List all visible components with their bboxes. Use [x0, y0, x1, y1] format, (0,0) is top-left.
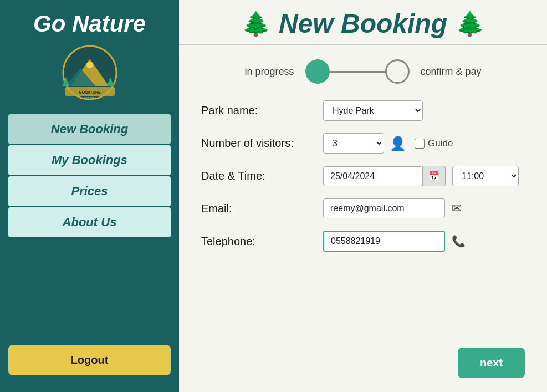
sidebar-item-new-booking[interactable]: New Booking [8, 114, 171, 144]
next-button[interactable]: next [458, 348, 525, 378]
sidebar: Go Nature GONATURE — EST 2024 — New Book… [0, 0, 179, 392]
phone-row: Telephone: 📞 [201, 231, 525, 252]
email-input[interactable] [323, 198, 445, 218]
sidebar-item-my-bookings[interactable]: My Bookings [8, 145, 171, 175]
svg-point-5 [86, 62, 93, 68]
svg-text:GONATURE: GONATURE [79, 90, 101, 94]
logout-button[interactable]: Logout [8, 345, 171, 375]
visitors-row: Number of visitors: 1 2 3 4 5 6 7 8 9 10… [201, 133, 525, 154]
sidebar-navigation: New Booking My Bookings Prices About Us [0, 114, 179, 334]
visitor-icon: 👤 [390, 136, 406, 151]
park-name-row: Park name: Hyde Park Central Park Yellow… [201, 100, 525, 121]
form-content: in progress confirm & pay Park name: Hyd… [179, 45, 547, 342]
sidebar-title: Go Nature [28, 0, 151, 42]
progress-step1-label: in progress [244, 66, 294, 78]
visitors-label: Number of visitors: [201, 137, 323, 150]
phone-icon: 📞 [452, 235, 466, 248]
page-title: New Booking [279, 8, 447, 39]
progress-track [305, 59, 410, 84]
svg-text:— EST 2024 —: — EST 2024 — [80, 96, 99, 100]
phone-input[interactable] [323, 231, 445, 252]
sidebar-bottom: Logout [0, 334, 179, 392]
date-time-row: Date & Time: 📅 08:00 09:00 10:00 11:00 1… [201, 166, 525, 186]
phone-label: Telephone: [201, 235, 323, 248]
park-name-select[interactable]: Hyde Park Central Park Yellowstone Grand… [323, 100, 423, 121]
progress-step2-label: confirm & pay [421, 66, 482, 78]
main-header: 🌲 New Booking 🌲 [179, 0, 547, 45]
email-icon: ✉ [452, 201, 462, 216]
calendar-button[interactable]: 📅 [422, 166, 446, 186]
park-name-label: Park name: [201, 104, 323, 117]
visitors-select[interactable]: 1 2 3 4 5 6 7 8 9 10 [323, 133, 384, 154]
main-area: 🌲 New Booking 🌲 in progress confirm & pa… [179, 0, 547, 392]
email-row: Email: ✉ [201, 198, 525, 218]
main-footer: next [179, 342, 547, 392]
time-select[interactable]: 08:00 09:00 10:00 11:00 12:00 13:00 14:0… [452, 166, 519, 186]
progress-line [330, 71, 385, 73]
date-time-label: Date & Time: [201, 170, 323, 182]
date-input[interactable] [323, 166, 423, 186]
sidebar-logo: GONATURE — EST 2024 — [54, 45, 126, 100]
guide-label: Guide [428, 138, 453, 149]
progress-circle-step1 [305, 59, 330, 84]
guide-option: Guide [415, 138, 453, 149]
progress-circle-step2 [385, 59, 410, 84]
sidebar-item-about-us[interactable]: About Us [8, 207, 171, 237]
tree-left-icon: 🌲 [242, 10, 270, 37]
guide-checkbox[interactable] [415, 139, 425, 149]
tree-right-icon: 🌲 [456, 10, 484, 37]
progress-bar: in progress confirm & pay [201, 59, 525, 84]
email-label: Email: [201, 202, 323, 215]
sidebar-item-prices[interactable]: Prices [8, 176, 171, 206]
